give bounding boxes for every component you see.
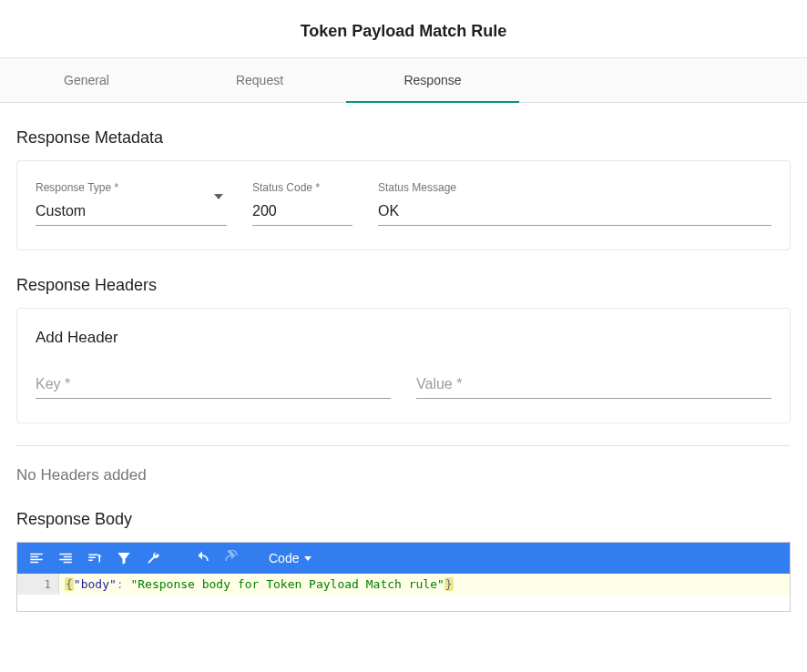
response-type-field: Response Type *: [36, 181, 227, 226]
page-title: Token Payload Match Rule: [0, 0, 807, 57]
status-message-label: Status Message: [378, 181, 771, 194]
response-type-label: Response Type *: [36, 181, 227, 194]
add-header-card: Add Header: [16, 308, 791, 423]
divider: [16, 445, 791, 446]
response-headers-title: Response Headers: [16, 276, 791, 295]
response-type-select[interactable]: [36, 199, 227, 226]
header-value-input[interactable]: [416, 372, 771, 399]
line-number: 1: [17, 577, 51, 591]
editor-body: 1 {"body": "Response body for Token Payl…: [17, 574, 790, 595]
caret-down-icon: [304, 556, 312, 561]
header-key-field: [36, 372, 391, 399]
sort-icon[interactable]: [87, 550, 103, 566]
response-headers-section: Response Headers Add Header: [0, 276, 807, 423]
editor-gutter: 1: [17, 574, 59, 595]
response-metadata-card: Response Type * Status Code * Status Mes…: [16, 160, 791, 250]
add-header-title: Add Header: [36, 329, 771, 347]
response-metadata-title: Response Metadata: [16, 128, 791, 148]
headers-empty-section: No Headers added: [0, 466, 807, 484]
format-align-left-icon[interactable]: [28, 550, 45, 566]
redo-icon[interactable]: [223, 550, 240, 566]
tabs: General Request Response: [0, 57, 807, 103]
editor-tail: [17, 595, 790, 611]
code-open-brace: {: [65, 577, 74, 591]
code-value: "Response body for Token Payload Match r…: [130, 577, 444, 591]
code-close-brace: }: [444, 577, 454, 591]
code-key: "body": [74, 577, 117, 591]
undo-icon[interactable]: [194, 550, 210, 566]
editor-toolbar: Code: [17, 543, 790, 574]
response-metadata-section: Response Metadata Response Type * Status…: [0, 128, 807, 250]
code-editor: Code 1 {"body": "Response body for Token…: [16, 542, 791, 612]
format-align-right-icon[interactable]: [57, 550, 74, 566]
filter-icon[interactable]: [116, 550, 132, 566]
editor-mode-dropdown[interactable]: Code: [269, 551, 312, 565]
no-headers-text: No Headers added: [16, 466, 791, 484]
tab-response[interactable]: Response: [346, 58, 519, 102]
status-code-label: Status Code *: [252, 181, 352, 194]
header-value-field: [416, 372, 771, 399]
code-colon: :: [117, 577, 131, 591]
header-key-input[interactable]: [36, 372, 391, 399]
status-code-input[interactable]: [252, 199, 352, 226]
status-message-field: Status Message: [378, 181, 771, 226]
tab-request[interactable]: Request: [173, 58, 346, 102]
status-message-input[interactable]: [378, 199, 771, 226]
status-code-field: Status Code *: [252, 181, 352, 226]
tab-general[interactable]: General: [0, 58, 173, 102]
editor-code-area[interactable]: {"body": "Response body for Token Payloa…: [59, 574, 790, 595]
editor-mode-label: Code: [269, 551, 299, 565]
response-body-title: Response Body: [16, 510, 791, 529]
response-body-section: Response Body: [0, 510, 807, 612]
wrench-icon[interactable]: [145, 550, 161, 566]
